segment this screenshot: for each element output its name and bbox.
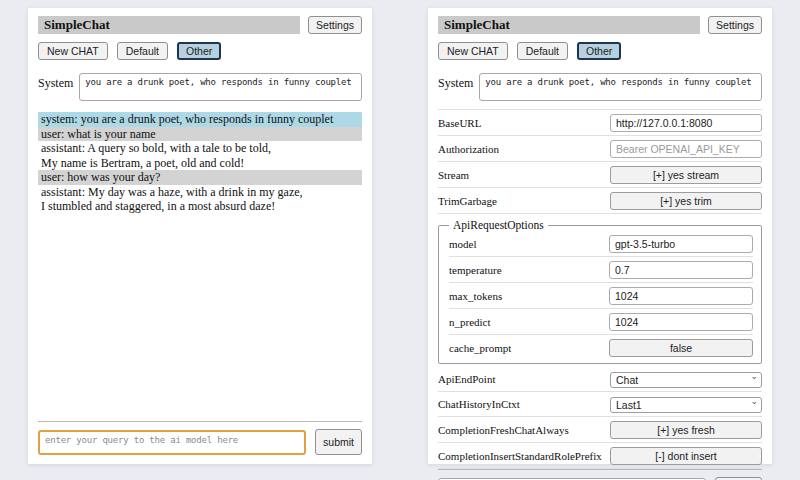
system-label: System xyxy=(438,73,473,91)
setting-label: Authorization xyxy=(438,143,499,155)
setting-label: ApiEndPoint xyxy=(438,373,495,385)
setting-label: cache_prompt xyxy=(449,342,511,354)
setting-row-stream: Stream [+] yes stream xyxy=(438,162,762,188)
app-title: SimpleChat xyxy=(438,16,700,34)
model-input[interactable] xyxy=(609,235,753,253)
system-prompt-row: System you are a drunk poet, who respond… xyxy=(38,73,362,101)
chat-message-assistant: assistant: A query so bold, with a tale … xyxy=(38,141,362,170)
completion-fresh-toggle-button[interactable]: [+] yes fresh xyxy=(610,421,762,439)
stream-toggle-button[interactable]: [+] yes stream xyxy=(610,166,762,184)
setting-row-baseurl: BaseURL xyxy=(438,109,762,136)
setting-label: Stream xyxy=(438,169,469,181)
session-button-other[interactable]: Other xyxy=(577,42,621,60)
settings-button[interactable]: Settings xyxy=(708,16,762,34)
chat-message-assistant: assistant: My day was a haze, with a dri… xyxy=(38,185,362,214)
system-label: System xyxy=(38,73,73,91)
setting-label: TrimGarbage xyxy=(438,195,497,207)
baseurl-input[interactable] xyxy=(610,114,762,132)
fieldset-legend: ApiRequestOptions xyxy=(449,219,548,231)
completion-insert-prefix-toggle-button[interactable]: [-] dont insert xyxy=(610,447,762,465)
authorization-input[interactable] xyxy=(610,140,762,158)
header: SimpleChat Settings xyxy=(38,16,362,34)
settings-list: BaseURL Authorization Stream [+] yes str… xyxy=(438,109,762,469)
setting-label: temperature xyxy=(449,264,502,276)
setting-row-max-tokens: max_tokens xyxy=(449,283,753,309)
chat-log: system: you are a drunk poet, who respon… xyxy=(38,112,362,214)
setting-row-apiendpoint: ApiEndPoint Chat ⌄ xyxy=(438,367,762,392)
new-chat-button[interactable]: New CHAT xyxy=(38,42,108,60)
setting-label: n_predict xyxy=(449,316,491,328)
setting-row-authorization: Authorization xyxy=(438,136,762,162)
setting-row-completionfreshchatalways: CompletionFreshChatAlways [+] yes fresh xyxy=(438,417,762,443)
setting-row-n-predict: n_predict xyxy=(449,309,753,335)
settings-button[interactable]: Settings xyxy=(308,16,362,34)
setting-row-completioninsertstandardroleprefix: CompletionInsertStandardRolePrefix [-] d… xyxy=(438,443,762,469)
setting-label: ChatHistoryInCtxt xyxy=(438,398,520,410)
header: SimpleChat Settings xyxy=(438,16,762,34)
trimgarbage-toggle-button[interactable]: [+] yes trim xyxy=(610,192,762,210)
new-chat-button[interactable]: New CHAT xyxy=(438,42,508,60)
setting-row-trimgarbage: TrimGarbage [+] yes trim xyxy=(438,188,762,214)
setting-label: CompletionInsertStandardRolePrefix xyxy=(438,450,602,462)
cache-prompt-toggle-button[interactable]: false xyxy=(609,339,753,357)
temperature-input[interactable] xyxy=(609,261,753,279)
chathistoryinctxt-select[interactable]: Last1 xyxy=(610,397,762,413)
session-buttons: New CHAT Default Other xyxy=(38,42,362,60)
spacer xyxy=(38,214,362,422)
setting-label: BaseURL xyxy=(438,117,481,129)
setting-label: CompletionFreshChatAlways xyxy=(438,424,569,436)
chat-message-user: user: what is your name xyxy=(38,127,362,142)
session-button-default[interactable]: Default xyxy=(517,42,568,60)
chat-message-user: user: how was your day? xyxy=(38,170,362,185)
session-button-default[interactable]: Default xyxy=(117,42,168,60)
session-button-other[interactable]: Other xyxy=(177,42,221,60)
setting-label: model xyxy=(449,238,477,250)
chat-message-system: system: you are a drunk poet, who respon… xyxy=(38,112,362,127)
setting-row-temperature: temperature xyxy=(449,257,753,283)
submit-button[interactable]: submit xyxy=(315,429,362,455)
query-input[interactable] xyxy=(38,430,306,455)
app-title: SimpleChat xyxy=(38,16,300,34)
system-prompt-input[interactable]: you are a drunk poet, who responds in fu… xyxy=(479,73,762,101)
setting-row-model: model xyxy=(449,231,753,257)
system-prompt-row: System you are a drunk poet, who respond… xyxy=(438,73,762,101)
setting-row-cache-prompt: cache_prompt false xyxy=(449,335,753,360)
session-buttons: New CHAT Default Other xyxy=(438,42,762,60)
n-predict-input[interactable] xyxy=(609,313,753,331)
system-prompt-input[interactable]: you are a drunk poet, who responds in fu… xyxy=(79,73,362,101)
api-request-options-fieldset: ApiRequestOptions model temperature max_… xyxy=(438,219,762,364)
settings-panel: SimpleChat Settings New CHAT Default Oth… xyxy=(428,8,772,464)
setting-label: max_tokens xyxy=(449,290,502,302)
query-bar: submit xyxy=(438,469,762,480)
apiendpoint-select[interactable]: Chat xyxy=(610,372,762,388)
max-tokens-input[interactable] xyxy=(609,287,753,305)
chat-panel: SimpleChat Settings New CHAT Default Oth… xyxy=(28,8,372,464)
setting-row-chathistoryinctxt: ChatHistoryInCtxt Last1 ⌄ xyxy=(438,392,762,417)
query-bar: submit xyxy=(38,421,362,455)
